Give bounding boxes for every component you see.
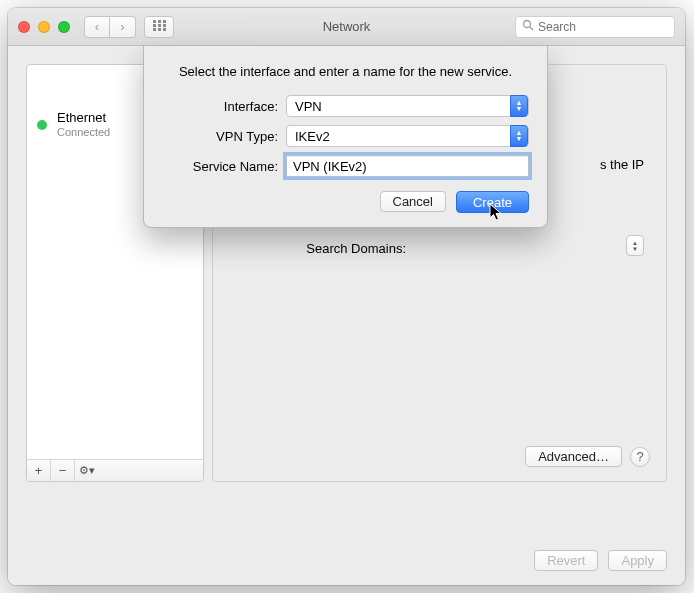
gear-icon: ⚙︎▾	[79, 464, 95, 477]
svg-rect-2	[163, 20, 166, 23]
chevron-right-icon: ›	[120, 19, 124, 34]
revert-button[interactable]: Revert	[534, 550, 598, 571]
interface-select-value: VPN	[295, 99, 322, 114]
zoom-window-button[interactable]	[58, 21, 70, 33]
interface-select[interactable]: VPN ▲▼	[286, 95, 529, 117]
cancel-button[interactable]: Cancel	[380, 191, 446, 212]
svg-rect-4	[158, 24, 161, 27]
services-footer: + − ⚙︎▾	[27, 459, 203, 481]
close-window-button[interactable]	[18, 21, 30, 33]
svg-line-10	[530, 27, 533, 30]
select-stepper-icon: ▲▼	[510, 95, 528, 117]
remove-service-button[interactable]: −	[51, 460, 75, 481]
svg-point-9	[524, 21, 531, 28]
minimize-window-button[interactable]	[38, 21, 50, 33]
titlebar: ‹ › Network	[8, 8, 685, 46]
svg-rect-1	[158, 20, 161, 23]
network-preferences-window: ‹ › Network	[8, 8, 685, 585]
grid-icon	[153, 19, 166, 34]
help-icon: ?	[636, 449, 643, 464]
new-service-sheet: Select the interface and enter a name fo…	[143, 46, 548, 228]
search-field-wrap[interactable]	[515, 16, 675, 38]
svg-rect-5	[163, 24, 166, 27]
configure-select-stepper[interactable]: ▲▼	[626, 235, 644, 256]
sheet-heading: Select the interface and enter a name fo…	[162, 64, 529, 79]
vpn-type-select-value: IKEv2	[295, 129, 330, 144]
search-input[interactable]	[538, 20, 668, 34]
chevron-left-icon: ‹	[95, 19, 99, 34]
add-service-button[interactable]: +	[27, 460, 51, 481]
svg-rect-6	[153, 28, 156, 31]
svg-rect-0	[153, 20, 156, 23]
service-actions-button[interactable]: ⚙︎▾	[75, 460, 99, 481]
service-name: Ethernet	[57, 111, 110, 126]
svg-rect-7	[158, 28, 161, 31]
interface-label: Interface:	[162, 99, 278, 114]
svg-rect-3	[153, 24, 156, 27]
search-icon	[522, 19, 534, 34]
nav-segment: ‹ ›	[84, 16, 136, 38]
show-all-button[interactable]	[144, 16, 174, 38]
window-controls	[18, 21, 70, 33]
select-stepper-icon: ▲▼	[510, 125, 528, 147]
help-button[interactable]: ?	[630, 447, 650, 467]
forward-button[interactable]: ›	[110, 16, 136, 38]
status-dot-icon	[37, 120, 47, 130]
back-button[interactable]: ‹	[84, 16, 110, 38]
stepper-icon: ▲▼	[632, 240, 638, 252]
service-status: Connected	[57, 126, 110, 139]
service-name-input[interactable]	[286, 155, 529, 177]
advanced-button[interactable]: Advanced…	[525, 446, 622, 467]
vpn-type-select[interactable]: IKEv2 ▲▼	[286, 125, 529, 147]
svg-rect-8	[163, 28, 166, 31]
vpn-type-label: VPN Type:	[162, 129, 278, 144]
create-button[interactable]: Create	[456, 191, 529, 213]
apply-button[interactable]: Apply	[608, 550, 667, 571]
status-text-fragment: s the IP	[600, 157, 644, 172]
service-name-label: Service Name:	[162, 159, 278, 174]
search-domains-label: Search Domains:	[231, 241, 406, 256]
